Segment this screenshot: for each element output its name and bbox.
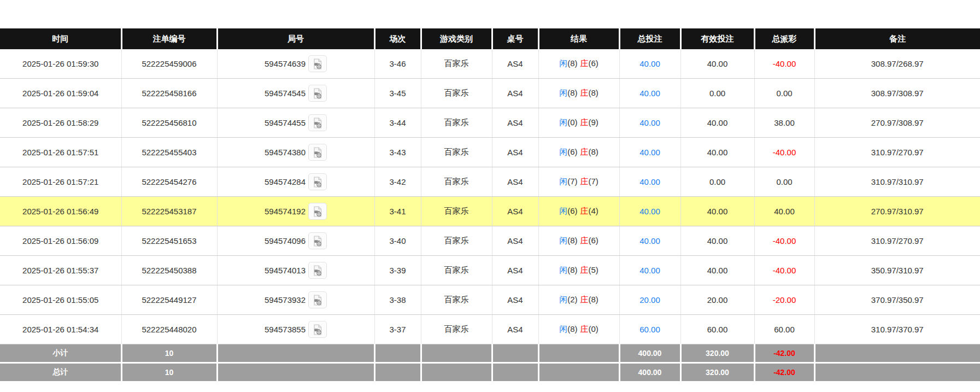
player-result-label: 闲 <box>559 236 567 245</box>
video-replay-icon <box>312 117 324 129</box>
cell-result: 闲(8)庄(6) <box>538 226 619 256</box>
cell-round-number: 594573855 <box>217 315 374 344</box>
round-number: 594574380 <box>265 148 306 157</box>
cell-payout: 40.00 <box>754 197 814 226</box>
col-header-result: 结果 <box>538 28 619 49</box>
player-result-label: 闲 <box>559 265 567 274</box>
table-row[interactable]: 2025-01-26 01:57:51 522225455403 5945743… <box>0 138 980 167</box>
video-replay-button[interactable] <box>308 85 327 102</box>
banker-result-score: (4) <box>589 206 598 215</box>
cell-round-number: 594574545 <box>217 79 374 108</box>
player-result-score: (6) <box>567 147 577 156</box>
cell-payout: 38.00 <box>754 108 814 138</box>
table-footer: 小计 10 400.00 320.00 -42.00 总计 10 <box>0 344 980 382</box>
cell-time: 2025-01-26 01:58:29 <box>0 108 121 138</box>
cell-table-number: AS4 <box>492 315 538 344</box>
table-row[interactable]: 2025-01-26 01:55:37 522225450388 5945740… <box>0 256 980 285</box>
cell-time: 2025-01-26 01:55:37 <box>0 256 121 285</box>
video-replay-button[interactable] <box>308 232 327 249</box>
player-result-score: (7) <box>567 177 577 186</box>
banker-result-label: 庄 <box>580 88 589 97</box>
cell-valid-bet: 40.00 <box>680 49 754 79</box>
subtotal-row: 小计 10 400.00 320.00 -42.00 <box>0 344 980 363</box>
cell-payout: 0.00 <box>754 167 814 197</box>
table-body: 2025-01-26 01:59:30 522225459006 5945746… <box>0 49 980 344</box>
cell-game-type: 百家乐 <box>421 315 492 344</box>
cell-session: 3-46 <box>374 49 421 79</box>
video-replay-button[interactable] <box>308 262 327 279</box>
video-replay-icon <box>312 324 324 336</box>
cell-remark: 310.97/270.97 <box>814 226 980 256</box>
cell-total-bet: 40.00 <box>619 108 680 138</box>
table-row[interactable]: 2025-01-26 01:56:09 522225451653 5945740… <box>0 226 980 256</box>
table-row[interactable]: 2025-01-26 01:58:29 522225456810 5945744… <box>0 108 980 138</box>
banker-result-label: 庄 <box>580 147 589 156</box>
banker-result-label: 庄 <box>580 295 589 304</box>
video-replay-button[interactable] <box>308 114 327 131</box>
table-row[interactable]: 2025-01-26 01:55:05 522225449127 5945739… <box>0 285 980 315</box>
col-header-total-bet: 总投注 <box>619 28 680 49</box>
cell-remark: 270.97/308.97 <box>814 108 980 138</box>
table-row[interactable]: 2025-01-26 01:59:30 522225459006 5945746… <box>0 49 980 79</box>
video-replay-button[interactable] <box>308 291 327 308</box>
cell-time: 2025-01-26 01:57:51 <box>0 138 121 167</box>
cell-game-type: 百家乐 <box>421 49 492 79</box>
banker-result-label: 庄 <box>580 236 589 245</box>
cell-round-number: 594574380 <box>217 138 374 167</box>
banker-result-label: 庄 <box>580 265 589 274</box>
cell-bet-number: 522225449127 <box>121 285 217 315</box>
player-result-score: (2) <box>567 295 577 304</box>
cell-bet-number: 522225455403 <box>121 138 217 167</box>
table-row[interactable]: 2025-01-26 01:57:21 522225454276 5945742… <box>0 167 980 197</box>
cell-time: 2025-01-26 01:59:04 <box>0 79 121 108</box>
cell-table-number: AS4 <box>492 108 538 138</box>
player-result-score: (0) <box>567 118 577 127</box>
video-replay-icon <box>312 147 324 159</box>
banker-result-label: 庄 <box>580 177 589 186</box>
video-replay-button[interactable] <box>308 144 327 161</box>
subtotal-valid-bet: 320.00 <box>680 344 754 363</box>
banker-result-score: (8) <box>589 295 598 304</box>
col-header-payout: 总派彩 <box>754 28 814 49</box>
cell-table-number: AS4 <box>492 49 538 79</box>
cell-payout: -20.00 <box>754 285 814 315</box>
cell-session: 3-42 <box>374 167 421 197</box>
video-replay-button[interactable] <box>308 321 327 338</box>
cell-session: 3-37 <box>374 315 421 344</box>
cell-game-type: 百家乐 <box>421 256 492 285</box>
cell-payout: -40.00 <box>754 138 814 167</box>
video-replay-icon <box>312 58 324 70</box>
cell-round-number: 594574192 <box>217 197 374 226</box>
video-replay-button[interactable] <box>308 173 327 190</box>
player-result-label: 闲 <box>559 206 567 215</box>
table-row[interactable]: 2025-01-26 01:54:34 522225448020 5945738… <box>0 315 980 344</box>
cell-remark: 310.97/370.97 <box>814 315 980 344</box>
video-replay-icon <box>312 206 324 218</box>
banker-result-score: (5) <box>589 265 598 274</box>
banker-result-score: (0) <box>589 324 598 334</box>
table-row[interactable]: 2025-01-26 01:59:04 522225458166 5945745… <box>0 79 980 108</box>
total-row: 总计 10 400.00 320.00 -42.00 <box>0 363 980 382</box>
cell-total-bet: 40.00 <box>619 256 680 285</box>
cell-payout: 60.00 <box>754 315 814 344</box>
cell-session: 3-40 <box>374 226 421 256</box>
cell-session: 3-39 <box>374 256 421 285</box>
cell-game-type: 百家乐 <box>421 138 492 167</box>
total-payout: -42.00 <box>754 363 814 382</box>
cell-table-number: AS4 <box>492 167 538 197</box>
subtotal-total-bet: 400.00 <box>619 344 680 363</box>
cell-round-number: 594574639 <box>217 49 374 79</box>
round-number: 594573932 <box>265 295 306 305</box>
player-result-label: 闲 <box>559 88 567 97</box>
cell-total-bet: 40.00 <box>619 79 680 108</box>
table-row[interactable]: 2025-01-26 01:56:49 522225453187 5945741… <box>0 197 980 226</box>
cell-valid-bet: 20.00 <box>680 285 754 315</box>
video-replay-button[interactable] <box>308 203 327 220</box>
video-replay-button[interactable] <box>308 55 327 72</box>
cell-bet-number: 522225453187 <box>121 197 217 226</box>
cell-total-bet: 40.00 <box>619 49 680 79</box>
cell-result: 闲(8)庄(6) <box>538 49 619 79</box>
player-result-score: (8) <box>567 236 577 245</box>
cell-payout: -40.00 <box>754 256 814 285</box>
round-number: 594574284 <box>265 177 306 186</box>
